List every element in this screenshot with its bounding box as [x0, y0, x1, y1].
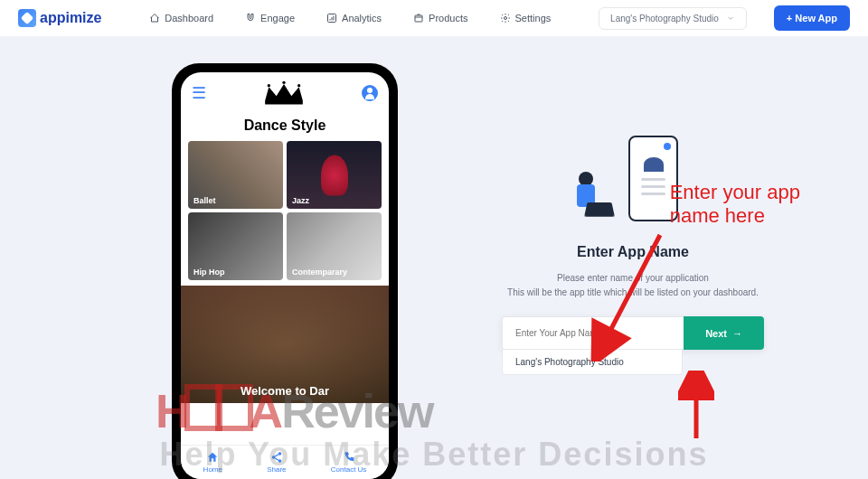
- gear-icon: [500, 13, 511, 23]
- crown-logo-icon: [261, 80, 307, 107]
- next-button[interactable]: Next →: [684, 316, 764, 350]
- svg-point-8: [278, 459, 282, 463]
- style-grid: Ballet Jazz Hip Hop Contemparary: [181, 141, 389, 280]
- hero-text: Welcome to Dar: [241, 384, 329, 398]
- next-label: Next: [705, 328, 727, 339]
- bottom-nav-home[interactable]: Home: [203, 451, 222, 474]
- card-label: Ballet: [193, 196, 216, 205]
- nav-label: Engage: [260, 13, 295, 23]
- svg-point-6: [278, 452, 282, 456]
- nav-dashboard[interactable]: Dashboard: [149, 13, 213, 23]
- magnet-icon: [245, 13, 256, 23]
- hamburger-icon[interactable]: ☰: [192, 83, 206, 103]
- annotation-line: name here: [670, 204, 800, 228]
- nav-label: Home: [203, 465, 222, 474]
- brand-name: appimize: [40, 10, 101, 26]
- nav-analytics[interactable]: Analytics: [326, 13, 382, 23]
- studio-name: Lang's Photography Studio: [610, 14, 719, 23]
- hero-banner: Welcome to Dar: [181, 286, 389, 403]
- illus-person-icon: [570, 172, 610, 221]
- bottom-nav-contact[interactable]: Contact Us: [331, 451, 367, 474]
- box-icon: [413, 13, 424, 23]
- card-hiphop[interactable]: Hip Hop: [188, 212, 283, 280]
- phone-screen: ☰ Dance Style Ballet Jazz Hip Hop Contem…: [181, 72, 389, 479]
- nav-label: Settings: [515, 13, 552, 23]
- svg-point-7: [272, 456, 276, 459]
- nav-label: Dashboard: [165, 13, 213, 23]
- nav-label: Products: [429, 13, 467, 23]
- card-label: Jazz: [292, 196, 309, 205]
- annotation-arrow-icon: [678, 371, 714, 443]
- top-navigation: appimize Dashboard Engage Analytics Prod…: [0, 0, 868, 36]
- card-jazz[interactable]: Jazz: [287, 141, 382, 209]
- home-icon: [206, 451, 219, 464]
- nav-label: Contact Us: [331, 465, 367, 474]
- logo-icon: [18, 9, 36, 27]
- chart-icon: [326, 13, 337, 23]
- app-header: ☰: [181, 72, 389, 114]
- arrow-right-icon: →: [732, 328, 742, 339]
- main-nav: Dashboard Engage Analytics Products Sett…: [128, 13, 571, 23]
- new-app-button[interactable]: + New App: [774, 5, 850, 31]
- svg-rect-1: [415, 15, 422, 22]
- user-icon[interactable]: [362, 85, 378, 101]
- card-ballet[interactable]: Ballet: [188, 141, 283, 209]
- section-title: Dance Style: [181, 114, 389, 141]
- tutorial-annotation: Enter your app name here: [670, 181, 800, 229]
- nav-label: Share: [267, 465, 286, 474]
- main-content: ☰ Dance Style Ballet Jazz Hip Hop Contem…: [0, 36, 868, 479]
- annotation-arrow-icon: [588, 226, 669, 362]
- share-icon: [270, 451, 283, 464]
- svg-point-3: [268, 84, 270, 87]
- nav-settings[interactable]: Settings: [500, 13, 552, 23]
- bottom-nav-share[interactable]: Share: [267, 451, 286, 474]
- studio-selector[interactable]: Lang's Photography Studio: [599, 7, 747, 30]
- svg-point-2: [504, 17, 506, 20]
- card-label: Contemparary: [292, 268, 347, 277]
- svg-point-5: [297, 84, 300, 87]
- card-label: Hip Hop: [193, 268, 225, 277]
- phone-mockup: ☰ Dance Style Ballet Jazz Hip Hop Contem…: [172, 63, 398, 479]
- card-contemporary[interactable]: Contemparary: [287, 212, 382, 280]
- annotation-line: Enter your app: [670, 181, 800, 204]
- nav-engage[interactable]: Engage: [245, 13, 295, 23]
- bottom-nav: Home Share Contact Us: [181, 445, 389, 479]
- svg-point-4: [282, 81, 285, 84]
- nav-products[interactable]: Products: [413, 13, 467, 23]
- nav-label: Analytics: [342, 13, 382, 23]
- phone-icon: [343, 451, 355, 464]
- brand-logo[interactable]: appimize: [18, 9, 101, 27]
- home-icon: [149, 13, 160, 23]
- chevron-down-icon: [726, 14, 735, 23]
